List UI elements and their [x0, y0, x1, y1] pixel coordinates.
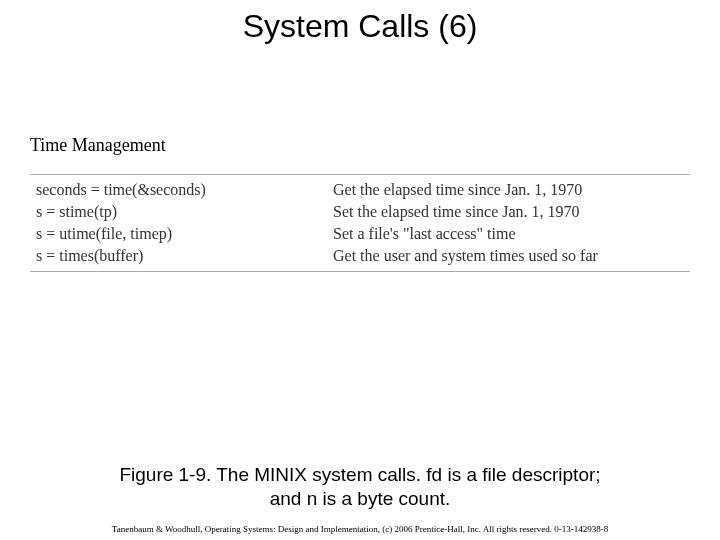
section-heading: Time Management: [30, 135, 720, 156]
syscall-cell: s = utime(file, timep): [30, 223, 327, 245]
table-row: s = utime(file, timep) Set a file's "las…: [30, 223, 690, 245]
figure-caption: Figure 1-9. The MINIX system calls. fd i…: [0, 463, 720, 512]
table-row: s = stime(tp) Set the elapsed time since…: [30, 201, 690, 223]
table-row: s = times(buffer) Get the user and syste…: [30, 245, 690, 267]
syscall-cell: seconds = time(&seconds): [30, 179, 327, 201]
syscall-desc: Get the elapsed time since Jan. 1, 1970: [327, 179, 690, 201]
caption-line: and n is a byte count.: [270, 488, 451, 509]
syscall-desc: Set a file's "last access" time: [327, 223, 690, 245]
syscall-desc: Get the user and system times used so fa…: [327, 245, 690, 267]
caption-line: Figure 1-9. The MINIX system calls. fd i…: [119, 464, 600, 485]
table-rule-top: [30, 174, 690, 175]
syscall-table: seconds = time(&seconds) Get the elapsed…: [30, 174, 690, 272]
table-row: seconds = time(&seconds) Get the elapsed…: [30, 179, 690, 201]
syscall-desc: Set the elapsed time since Jan. 1, 1970: [327, 201, 690, 223]
table-rule-bottom: [30, 271, 690, 272]
syscall-cell: s = times(buffer): [30, 245, 327, 267]
copyright-footer: Tanenbaum & Woodhull, Operating Systems:…: [0, 524, 720, 534]
page-title: System Calls (6): [0, 8, 720, 45]
syscall-cell: s = stime(tp): [30, 201, 327, 223]
